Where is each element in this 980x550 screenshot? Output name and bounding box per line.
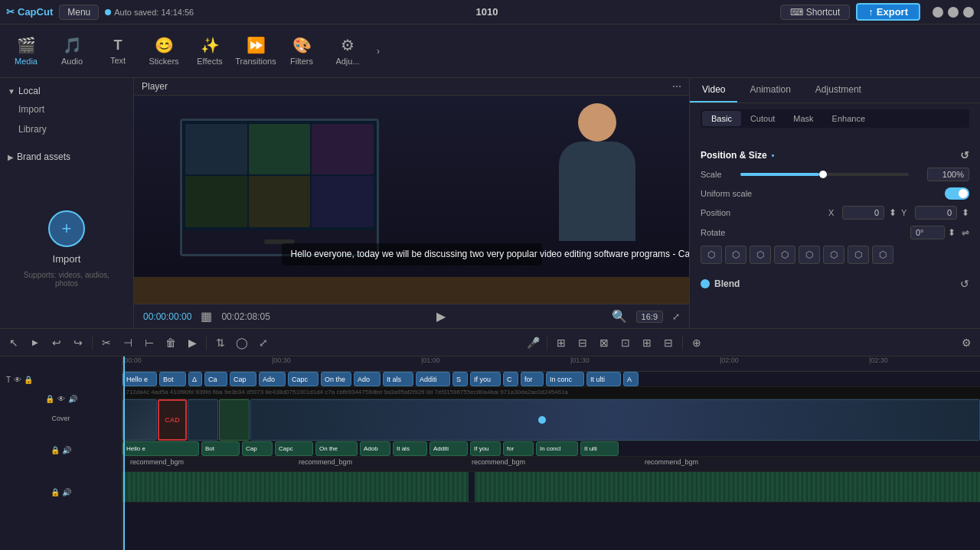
menu-button[interactable]: Menu <box>59 5 99 20</box>
tool-adjust[interactable]: ⚙ Adju... <box>325 25 371 77</box>
text-clip-7[interactable]: Capc <box>288 372 318 386</box>
import-area[interactable]: + Import Supports: videos, audios, photo… <box>0 170 133 328</box>
tab-adjustment[interactable]: Adjustment <box>803 78 874 103</box>
text-clip-18[interactable]: A <box>623 372 639 386</box>
tl-link-btn[interactable]: ⊟ <box>573 334 592 352</box>
text-clip-13[interactable]: If you <box>470 372 501 386</box>
align-bottom-btn[interactable]: ⬡ <box>823 246 844 264</box>
text-clip-11[interactable]: Additi <box>416 372 450 386</box>
tl-chain-btn[interactable]: ⊠ <box>595 334 613 352</box>
tool-stickers[interactable]: 😊 Stickers <box>141 25 187 77</box>
uniform-scale-toggle[interactable] <box>945 187 969 200</box>
position-x-input[interactable]: 0 <box>842 206 884 220</box>
main-lock-icon[interactable]: 🔒 <box>45 395 54 403</box>
text-clip-6[interactable]: Ado <box>259 372 286 386</box>
tl-delete-btn[interactable]: 🗑 <box>162 334 180 352</box>
text-clip-14[interactable]: C <box>503 372 518 386</box>
subtab-mask[interactable]: Mask <box>784 111 822 126</box>
tl-arrow-btn[interactable]: ▶ <box>26 334 44 352</box>
audio-sub-9[interactable]: If you <box>470 441 501 456</box>
bgm-lock-icon[interactable]: 🔒 <box>51 488 60 496</box>
tl-play-btn[interactable]: ▶ <box>183 334 201 352</box>
align-right-btn[interactable]: ⬡ <box>750 246 771 264</box>
video-clip-main[interactable] <box>250 399 980 441</box>
tl-trim-left-btn[interactable]: ⊣ <box>119 334 137 352</box>
tool-effects[interactable]: ✨ Effects <box>187 25 233 77</box>
text-clip-9[interactable]: Ado <box>354 372 381 386</box>
bgm-waveform-row[interactable] <box>122 472 980 503</box>
tl-minus-btn[interactable]: ⊟ <box>659 334 678 352</box>
audio-sub-3[interactable]: Cap <box>242 441 273 456</box>
align-left-btn[interactable]: ⬡ <box>701 246 722 264</box>
subtab-enhance[interactable]: Enhance <box>823 111 874 126</box>
import-nav-item[interactable]: Import <box>8 99 126 119</box>
scale-slider[interactable] <box>740 173 909 176</box>
maximize-button[interactable] <box>948 7 959 18</box>
shortcut-button[interactable]: ⌨ Shortcut <box>780 5 851 20</box>
align-center-h-btn[interactable]: ⬡ <box>725 246 746 264</box>
audio1-lock-icon[interactable]: 🔒 <box>51 446 60 454</box>
audio1-volume-icon[interactable]: 🔊 <box>62 446 71 454</box>
audio-sub-7[interactable]: It als <box>393 441 427 456</box>
tl-settings-btn[interactable]: ⚙ <box>957 334 975 352</box>
fullscreen-button[interactable]: ⤢ <box>672 311 680 322</box>
rotate-stepper[interactable]: ⬍ <box>948 227 956 238</box>
audio-sub-1[interactable]: Hello e <box>122 441 199 456</box>
blend-reset-icon[interactable]: ↺ <box>960 278 969 290</box>
text-clip-4[interactable]: Ca <box>204 372 227 386</box>
audio-sub-11[interactable]: In concl <box>536 441 578 456</box>
rotate-input[interactable]: 0° <box>910 226 945 239</box>
close-button[interactable] <box>963 7 974 18</box>
tl-swap-btn[interactable]: ⊞ <box>638 334 656 352</box>
flip-icon[interactable]: ⇌ <box>962 227 969 238</box>
text-clip-17[interactable]: It ulti <box>586 372 621 386</box>
scale-input[interactable]: 100% <box>927 168 969 181</box>
main-visibility-icon[interactable]: 👁 <box>57 395 65 403</box>
text-clip-8[interactable]: On the <box>321 372 351 386</box>
tl-split-btn[interactable]: ✂ <box>97 334 116 352</box>
text-clip-1[interactable]: Hello e <box>122 372 157 386</box>
audio-sub-10[interactable]: for <box>503 441 534 456</box>
export-button[interactable]: ↑ Export <box>856 3 920 21</box>
text-visibility-icon[interactable]: 👁 <box>14 376 21 384</box>
tool-media[interactable]: 🎬 Media <box>3 25 49 77</box>
subtab-cutout[interactable]: Cutout <box>741 111 784 126</box>
tl-select-btn[interactable]: ↖ <box>5 334 23 352</box>
tl-connect-btn[interactable]: ⊞ <box>552 334 570 352</box>
play-button[interactable]: ▶ <box>436 309 446 324</box>
text-clip-2[interactable]: Bot <box>159 372 186 386</box>
tool-filters[interactable]: 🎨 Filters <box>279 25 325 77</box>
tl-zoom-btn[interactable]: ⊕ <box>688 334 706 352</box>
tab-video[interactable]: Video <box>690 78 737 103</box>
text-clip-10[interactable]: It als <box>383 372 413 386</box>
text-clip-3[interactable]: Δ <box>188 372 202 386</box>
bgm-volume-icon[interactable]: 🔊 <box>62 488 71 496</box>
toolbar-more[interactable]: › <box>371 25 386 77</box>
text-lock-icon[interactable]: 🔒 <box>24 376 33 384</box>
audio-sub-5[interactable]: On the <box>315 441 358 456</box>
subtab-basic[interactable]: Basic <box>702 111 741 126</box>
local-section-header[interactable]: ▼ Local <box>8 83 126 99</box>
x-stepper[interactable]: ⬍ <box>889 207 897 218</box>
align-extra1-btn[interactable]: ⬡ <box>848 246 869 264</box>
align-extra2-btn[interactable]: ⬡ <box>872 246 893 264</box>
video-clip-3[interactable] <box>188 399 218 441</box>
video-clip-2-red[interactable]: CAD <box>158 399 187 441</box>
text-clip-15[interactable]: for <box>521 372 544 386</box>
aspect-ratio-badge[interactable]: 16:9 <box>636 311 663 323</box>
y-stepper[interactable]: ⬍ <box>962 207 969 218</box>
align-center-v-btn[interactable]: ⬡ <box>799 246 820 264</box>
brand-section-header[interactable]: ▶ Brand assets <box>8 148 126 165</box>
video-clip-1[interactable] <box>122 399 157 441</box>
tool-text[interactable]: T Text <box>95 25 141 77</box>
position-y-input[interactable]: 0 <box>915 206 957 220</box>
tool-audio[interactable]: 🎵 Audio <box>49 25 95 77</box>
tl-extend-btn[interactable]: ⊡ <box>616 334 635 352</box>
import-circle-button[interactable]: + <box>48 210 85 247</box>
zoom-icon[interactable]: 🔍 <box>612 309 627 324</box>
tool-transitions[interactable]: ⏩ Transitions <box>233 25 279 77</box>
tab-animation[interactable]: Animation <box>737 78 802 103</box>
tl-crop-btn[interactable]: ⤢ <box>254 334 273 352</box>
minimize-button[interactable] <box>933 7 943 18</box>
tl-flip-btn[interactable]: ⇅ <box>211 334 230 352</box>
